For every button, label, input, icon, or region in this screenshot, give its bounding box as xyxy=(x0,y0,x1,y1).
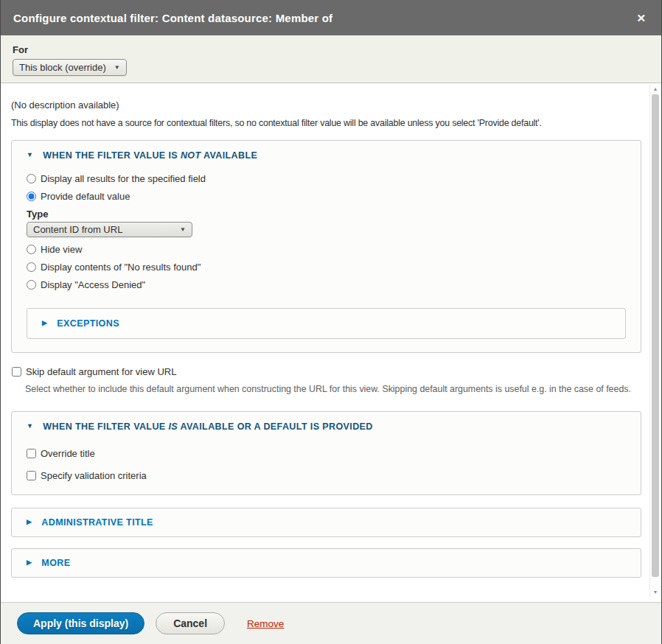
fieldset-filter-not-available-legend[interactable]: ▼ WHEN THE FILTER VALUE IS NOT AVAILABLE xyxy=(27,150,626,161)
configure-contextual-filter-dialog: Configure contextual filter: Content dat… xyxy=(0,0,662,644)
radio-input-provide-default-value[interactable] xyxy=(27,192,36,201)
fieldset-title: WHEN THE FILTER VALUE IS AVAILABLE OR A … xyxy=(43,421,372,432)
radio-label: Display all results for the specified fi… xyxy=(41,173,206,184)
fieldset-title: EXCEPTIONS xyxy=(57,318,119,329)
radio-input-display-access-denied[interactable] xyxy=(27,280,36,290)
chevron-down-icon: ▼ xyxy=(180,226,186,233)
dialog-scroll-area: (No description available) This display … xyxy=(1,83,661,598)
radio-label: Display "Access Denied" xyxy=(41,279,145,290)
checkbox-specify-validation-criteria[interactable]: Specify validation criteria xyxy=(27,470,626,481)
type-label: Type xyxy=(27,209,626,220)
radio-provide-default-value[interactable]: Provide default value xyxy=(27,191,626,202)
radio-label: Display contents of "No results found" xyxy=(41,262,201,273)
chevron-down-icon: ▼ xyxy=(114,64,120,71)
fieldset-filter-not-available: ▼ WHEN THE FILTER VALUE IS NOT AVAILABLE… xyxy=(11,140,641,353)
fieldset-more-legend[interactable]: ▶ MORE xyxy=(27,558,626,568)
skip-default-description: Select whether to include this default a… xyxy=(25,382,631,396)
checkbox-label: Override title xyxy=(41,448,95,459)
radio-input-display-all-results[interactable] xyxy=(27,174,36,183)
fieldset-administrative-title-legend[interactable]: ▶ ADMINISTRATIVE TITLE xyxy=(27,517,626,528)
scrollbar-thumb[interactable] xyxy=(652,94,659,577)
radio-label: Hide view xyxy=(41,244,82,255)
fieldset-filter-available: ▼ WHEN THE FILTER VALUE IS AVAILABLE OR … xyxy=(11,411,641,495)
display-note-text: This display does not have a source for … xyxy=(11,118,641,128)
collapse-arrow-icon: ▼ xyxy=(27,151,33,158)
radio-display-all-results[interactable]: Display all results for the specified fi… xyxy=(27,173,626,184)
expand-arrow-icon: ▶ xyxy=(27,518,32,525)
fieldset-exceptions: ▶ EXCEPTIONS xyxy=(27,308,626,339)
fieldset-title: ADMINISTRATIVE TITLE xyxy=(41,517,153,528)
checkbox-input-skip-default-argument[interactable] xyxy=(12,367,21,377)
dialog-footer: Apply (this display) Cancel Remove xyxy=(1,602,661,644)
type-select-value: Content ID from URL xyxy=(33,224,122,235)
radio-input-display-no-results[interactable] xyxy=(27,262,36,272)
for-select[interactable]: This block (override) ▼ xyxy=(13,59,127,76)
checkbox-label: Specify validation criteria xyxy=(41,470,147,481)
type-select[interactable]: Content ID from URL ▼ xyxy=(27,222,192,237)
checkbox-input-override-title[interactable] xyxy=(27,449,36,458)
remove-link[interactable]: Remove xyxy=(247,618,284,629)
dialog-title: Configure contextual filter: Content dat… xyxy=(13,12,332,24)
scrollbar-up-icon[interactable]: ▲ xyxy=(650,85,661,94)
for-section: For This block (override) ▼ xyxy=(1,35,661,83)
fieldset-title: WHEN THE FILTER VALUE IS NOT AVAILABLE xyxy=(43,150,257,161)
radio-display-access-denied[interactable]: Display "Access Denied" xyxy=(27,279,626,290)
radio-hide-view[interactable]: Hide view xyxy=(27,244,626,255)
radio-input-hide-view[interactable] xyxy=(27,245,36,254)
expand-arrow-icon: ▶ xyxy=(27,559,32,566)
no-description-text: (No description available) xyxy=(11,99,641,111)
scrollbar-down-icon[interactable]: ▼ xyxy=(650,588,661,597)
cancel-button[interactable]: Cancel xyxy=(156,612,225,634)
radio-display-no-results[interactable]: Display contents of "No results found" xyxy=(27,262,626,273)
fieldset-title: MORE xyxy=(41,558,70,568)
checkbox-input-specify-validation-criteria[interactable] xyxy=(27,471,36,480)
expand-arrow-icon: ▶ xyxy=(42,319,47,326)
collapse-arrow-icon: ▼ xyxy=(27,422,33,430)
fieldset-administrative-title: ▶ ADMINISTRATIVE TITLE xyxy=(11,508,641,537)
checkbox-skip-default-argument[interactable]: Skip default argument for view URL xyxy=(11,366,641,377)
for-select-value: This block (override) xyxy=(19,62,106,73)
fieldset-exceptions-legend[interactable]: ▶ EXCEPTIONS xyxy=(42,318,610,329)
dialog-body: (No description available) This display … xyxy=(1,83,661,578)
fieldset-more: ▶ MORE xyxy=(11,548,641,578)
apply-button[interactable]: Apply (this display) xyxy=(17,612,144,634)
dialog-titlebar: Configure contextual filter: Content dat… xyxy=(1,0,661,35)
fieldset-filter-available-legend[interactable]: ▼ WHEN THE FILTER VALUE IS AVAILABLE OR … xyxy=(27,421,626,432)
radio-label: Provide default value xyxy=(41,191,130,202)
close-icon[interactable]: ✕ xyxy=(633,10,649,27)
vertical-scrollbar[interactable]: ▲ ▼ xyxy=(649,85,660,597)
checkbox-override-title[interactable]: Override title xyxy=(27,448,626,459)
checkbox-label: Skip default argument for view URL xyxy=(26,366,176,377)
for-label: For xyxy=(13,44,651,55)
